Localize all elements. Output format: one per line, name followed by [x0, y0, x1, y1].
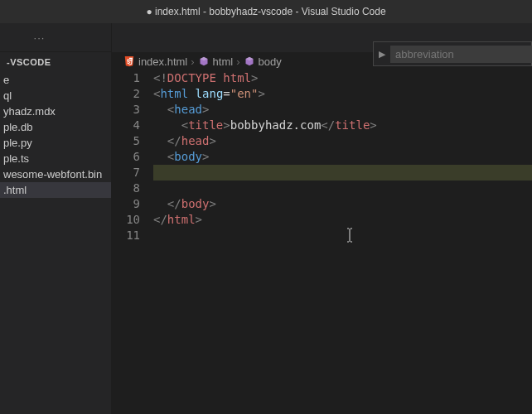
line-number: 2: [112, 86, 140, 102]
window-title-text: ● index.html - bobbyhadz-vscode - Visual…: [146, 6, 385, 17]
code-line[interactable]: </body>: [153, 196, 532, 212]
main-area: ··· -VSCODE e ql yhadz.mdx ple.db ple.py…: [0, 23, 532, 414]
chevron-right-icon: ›: [236, 55, 239, 68]
code-line[interactable]: <head>: [153, 102, 532, 118]
file-item[interactable]: wesome-webfont.bin: [0, 166, 111, 182]
code-line[interactable]: <!DOCTYPE html>: [153, 70, 532, 86]
file-item[interactable]: e: [0, 72, 111, 88]
text-cursor-icon: [346, 228, 355, 243]
line-number-gutter: 1 2 3 4 5 6 7 8 9 10 11: [112, 70, 153, 414]
breadcrumb-node[interactable]: body: [259, 55, 282, 68]
more-actions-button[interactable]: ···: [0, 23, 79, 51]
chevron-right-icon[interactable]: ▶: [379, 49, 385, 60]
file-list: e ql yhadz.mdx ple.db ple.py ple.ts weso…: [0, 72, 111, 414]
file-item-active[interactable]: .html: [0, 182, 111, 198]
code-area[interactable]: <!DOCTYPE html> <html lang="en"> <head> …: [153, 70, 532, 414]
line-number: 1: [112, 70, 140, 86]
breadcrumb-file[interactable]: index.html: [138, 55, 187, 68]
code-line[interactable]: [153, 181, 532, 196]
sidebar-top-row: ···: [0, 23, 111, 52]
symbol-icon: [198, 55, 210, 67]
window-titlebar: ● index.html - bobbyhadz-vscode - Visual…: [0, 0, 532, 23]
code-line[interactable]: </html>: [153, 212, 532, 228]
file-item[interactable]: ql: [0, 88, 111, 104]
code-line[interactable]: [153, 165, 532, 181]
file-item[interactable]: ple.py: [0, 135, 111, 151]
line-number: 10: [112, 212, 140, 228]
line-number: 5: [112, 133, 140, 149]
file-item[interactable]: yhadz.mdx: [0, 104, 111, 119]
code-line[interactable]: <title>bobbyhadz.com</title>: [153, 118, 532, 133]
find-widget[interactable]: ▶ Aa: [373, 41, 532, 66]
file-item[interactable]: ple.db: [0, 119, 111, 135]
code-line[interactable]: [153, 228, 532, 243]
breadcrumb-node[interactable]: html: [213, 55, 234, 68]
sidebar: ··· -VSCODE e ql yhadz.mdx ple.db ple.py…: [0, 23, 112, 414]
line-number: 4: [112, 118, 140, 133]
file-item[interactable]: ple.ts: [0, 151, 111, 166]
code-line[interactable]: </head>: [153, 133, 532, 149]
line-number: 9: [112, 196, 140, 212]
symbol-icon: [244, 55, 255, 67]
code-line[interactable]: <body>: [153, 149, 532, 165]
editor-body[interactable]: 1 2 3 4 5 6 7 8 9 10 11 <!DOCTYPE html> …: [112, 70, 532, 414]
explorer-root-label[interactable]: -VSCODE: [0, 52, 111, 72]
html5-icon: [123, 55, 135, 67]
editor-pane: index.html index.html › html › body ▶ Aa: [112, 23, 532, 414]
line-number: 3: [112, 102, 140, 118]
line-number: 6: [112, 149, 140, 165]
line-number: 11: [112, 228, 140, 243]
line-number: 8: [112, 181, 140, 196]
code-line[interactable]: <html lang="en">: [153, 86, 532, 102]
find-input[interactable]: [390, 46, 532, 63]
ellipsis-icon: ···: [34, 31, 46, 44]
chevron-right-icon: ›: [191, 55, 194, 68]
line-number: 7: [112, 165, 140, 181]
